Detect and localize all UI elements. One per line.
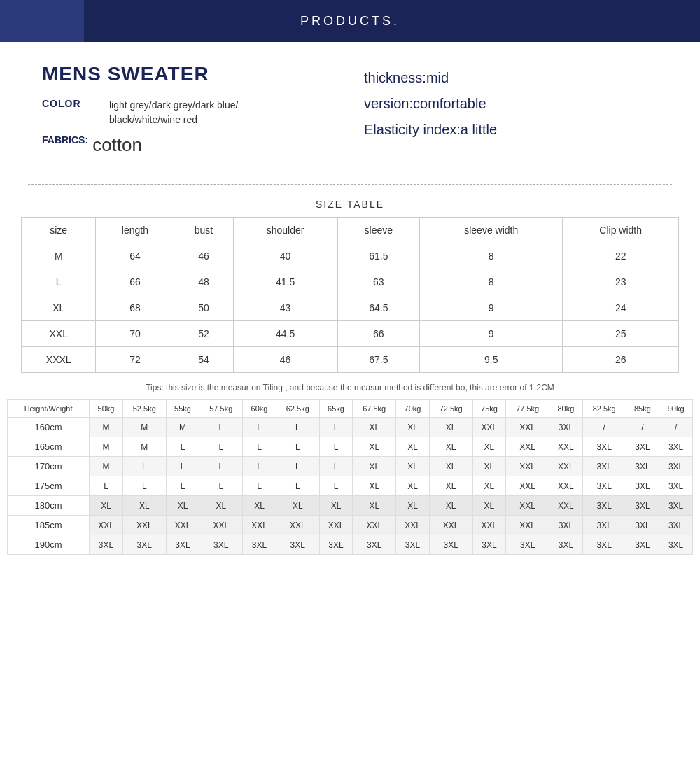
size-table-cell: XL (22, 295, 96, 321)
hw-size-cell: XL (472, 457, 506, 476)
hw-col-header-weight: 52.5kg (122, 400, 166, 418)
hw-size-cell: M (122, 437, 166, 457)
size-table-title: SIZE TABLE (21, 199, 679, 210)
size-table-cell: 64.5 (337, 295, 419, 321)
size-table-cell: 9 (420, 321, 563, 347)
size-table-cell: 48 (174, 269, 233, 295)
elasticity-attr: Elasticity index:a little (364, 122, 658, 138)
hw-height-cell: 185cm (8, 516, 90, 535)
hw-col-header-weight: 77.5kg (506, 400, 550, 418)
hw-size-cell: XL (429, 437, 472, 457)
size-table-cell: 63 (337, 269, 419, 295)
product-info-right: thickness:mid version:comfortable Elasti… (364, 63, 658, 163)
hw-size-cell: 3XL (582, 437, 626, 457)
size-table-cell: XXL (22, 321, 96, 347)
size-table-cell: M (22, 243, 96, 269)
header-title: PRODUCTS. (14, 14, 686, 29)
hw-size-cell: XXL (472, 516, 506, 535)
size-table-cell: 26 (563, 347, 679, 373)
hw-size-cell: XXL (122, 516, 166, 535)
size-table-row: M64464061.5822 (22, 243, 679, 269)
hw-table-row: 165cmMMLLLLLXLXLXLXLXXLXXL3XL3XL3XL (8, 437, 693, 457)
hw-size-cell: 3XL (550, 535, 583, 555)
hw-size-cell: XL (353, 418, 396, 437)
hw-size-cell: 3XL (582, 476, 626, 496)
hw-size-cell: 3XL (122, 535, 166, 555)
hw-size-cell: L (276, 418, 319, 437)
hw-table-row: 190cm3XL3XL3XL3XL3XL3XL3XL3XL3XL3XL3XL3X… (8, 535, 693, 555)
hw-size-cell: L (122, 457, 166, 476)
hw-size-cell: XL (353, 437, 396, 457)
hw-size-cell: XL (429, 418, 472, 437)
size-table-cell: 66 (96, 269, 174, 295)
size-table-cell: 70 (96, 321, 174, 347)
size-table-cell: 22 (563, 243, 679, 269)
color-label: COLOR (42, 98, 105, 109)
hw-size-cell: XL (353, 496, 396, 516)
size-table: size length bust shoulder sleeve sleeve … (21, 217, 679, 373)
thickness-value: mid (426, 70, 449, 85)
hw-size-cell: 3XL (626, 476, 659, 496)
hw-size-cell: 3XL (243, 535, 276, 555)
hw-height-cell: 190cm (8, 535, 90, 555)
hw-size-cell: XL (396, 457, 430, 476)
size-table-cell: XXXL (22, 347, 96, 373)
size-table-cell: L (22, 269, 96, 295)
hw-size-cell: 3XL (626, 535, 659, 555)
hw-size-cell: XL (353, 457, 396, 476)
hw-size-cell: 3XL (659, 476, 693, 496)
hw-table-row: 185cmXXLXXLXXLXXLXXLXXLXXLXXLXXLXXLXXLXX… (8, 516, 693, 535)
size-table-cell: 44.5 (233, 321, 337, 347)
hw-size-cell: 3XL (626, 437, 659, 457)
hw-table: Height/Weight50kg52.5kg55kg57.5kg60kg62.… (7, 399, 693, 555)
hw-size-cell: XXL (166, 516, 200, 535)
hw-size-cell: 3XL (659, 437, 693, 457)
hw-size-cell: L (319, 437, 353, 457)
col-header-size: size (22, 218, 96, 243)
hw-col-header-label: Height/Weight (8, 400, 90, 418)
hw-size-cell: XXL (506, 496, 550, 516)
size-table-cell: 9.5 (420, 347, 563, 373)
hw-size-cell: XXL (506, 457, 550, 476)
elasticity-label: Elasticity index: (364, 122, 461, 137)
hw-size-cell: XXL (550, 437, 583, 457)
size-table-cell: 24 (563, 295, 679, 321)
tips-text: Tips: this size is the measur on Tiling … (0, 383, 700, 392)
hw-size-cell: 3XL (582, 457, 626, 476)
hw-size-cell: XL (472, 496, 506, 516)
hw-size-cell: L (200, 418, 243, 437)
hw-size-cell: XL (472, 437, 506, 457)
col-header-shoulder: shoulder (233, 218, 337, 243)
hw-size-cell: M (90, 418, 123, 437)
hw-size-cell: L (243, 418, 276, 437)
hw-size-cell: 3XL (506, 535, 550, 555)
hw-size-cell: 3XL (353, 535, 396, 555)
hw-size-cell: XL (200, 496, 243, 516)
hw-size-cell: L (319, 457, 353, 476)
hw-size-cell: 3XL (659, 516, 693, 535)
hw-size-cell: XL (319, 496, 353, 516)
size-table-header-row: size length bust shoulder sleeve sleeve … (22, 218, 679, 243)
hw-size-cell: 3XL (276, 535, 319, 555)
hw-size-cell: / (626, 418, 659, 437)
hw-size-cell: L (319, 418, 353, 437)
size-table-row: XL68504364.5924 (22, 295, 679, 321)
hw-size-cell: XXL (243, 516, 276, 535)
hw-size-cell: 3XL (626, 516, 659, 535)
hw-table-row: 180cmXLXLXLXLXLXLXLXLXLXLXLXXLXXL3XL3XL3… (8, 496, 693, 516)
section-divider (28, 184, 672, 185)
version-value: comfortable (413, 96, 486, 111)
hw-size-cell: XXL (550, 457, 583, 476)
col-header-sleeve: sleeve (337, 218, 419, 243)
hw-size-cell: 3XL (550, 516, 583, 535)
hw-col-header-weight: 90kg (659, 400, 693, 418)
size-table-cell: 41.5 (233, 269, 337, 295)
hw-size-cell: 3XL (90, 535, 123, 555)
version-attr: version:comfortable (364, 96, 658, 112)
size-table-cell: 9 (420, 295, 563, 321)
hw-size-cell: XXL (276, 516, 319, 535)
hw-size-cell: 3XL (550, 418, 583, 437)
hw-col-header-weight: 57.5kg (200, 400, 243, 418)
hw-size-cell: L (166, 457, 200, 476)
color-value: light grey/dark grey/dark blue/black/whi… (109, 98, 238, 127)
